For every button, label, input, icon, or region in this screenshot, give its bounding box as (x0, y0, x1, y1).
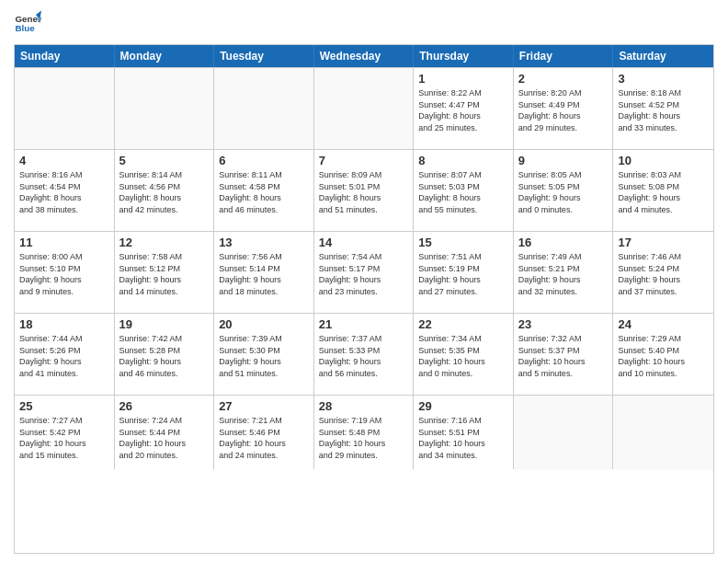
cell-info: Sunrise: 7:51 AM Sunset: 5:19 PM Dayligh… (418, 251, 508, 297)
cell-info: Sunrise: 7:34 AM Sunset: 5:35 PM Dayligh… (418, 333, 508, 379)
cal-cell: 1Sunrise: 8:22 AM Sunset: 4:47 PM Daylig… (414, 68, 514, 149)
svg-text:Blue: Blue (16, 23, 36, 33)
day-number: 12 (119, 236, 210, 249)
cell-info: Sunrise: 8:22 AM Sunset: 4:47 PM Dayligh… (418, 87, 508, 133)
day-number: 18 (19, 317, 109, 331)
cell-info: Sunrise: 8:07 AM Sunset: 5:03 PM Dayligh… (418, 169, 508, 215)
cal-cell (314, 68, 415, 149)
cal-cell: 8Sunrise: 8:07 AM Sunset: 5:03 PM Daylig… (414, 150, 514, 231)
cal-cell: 17Sunrise: 7:46 AM Sunset: 5:24 PM Dayli… (613, 232, 713, 313)
day-number: 17 (618, 236, 709, 249)
day-number: 2 (518, 72, 609, 86)
cal-cell: 14Sunrise: 7:54 AM Sunset: 5:17 PM Dayli… (314, 232, 415, 313)
cal-cell: 24Sunrise: 7:29 AM Sunset: 5:40 PM Dayli… (613, 314, 713, 395)
cell-info: Sunrise: 7:32 AM Sunset: 5:37 PM Dayligh… (518, 333, 609, 379)
cal-cell (514, 396, 614, 469)
day-number: 25 (19, 399, 109, 413)
cal-week-3: 11Sunrise: 8:00 AM Sunset: 5:10 PM Dayli… (15, 231, 713, 313)
cal-cell: 15Sunrise: 7:51 AM Sunset: 5:19 PM Dayli… (414, 232, 514, 313)
day-number: 23 (518, 317, 609, 331)
day-number: 1 (418, 72, 508, 86)
calendar-header-row: SundayMondayTuesdayWednesdayThursdayFrid… (15, 45, 713, 67)
cell-info: Sunrise: 7:49 AM Sunset: 5:21 PM Dayligh… (518, 251, 609, 297)
cal-cell: 12Sunrise: 7:58 AM Sunset: 5:12 PM Dayli… (115, 232, 215, 313)
cell-info: Sunrise: 7:24 AM Sunset: 5:44 PM Dayligh… (119, 415, 210, 461)
cell-info: Sunrise: 8:05 AM Sunset: 5:05 PM Dayligh… (518, 169, 609, 215)
cell-info: Sunrise: 7:44 AM Sunset: 5:26 PM Dayligh… (19, 333, 109, 379)
cal-cell: 11Sunrise: 8:00 AM Sunset: 5:10 PM Dayli… (15, 232, 115, 313)
page: General Blue SundayMondayTuesdayWednesda… (0, 0, 728, 563)
cal-cell: 9Sunrise: 8:05 AM Sunset: 5:05 PM Daylig… (514, 150, 614, 231)
cal-cell: 26Sunrise: 7:24 AM Sunset: 5:44 PM Dayli… (115, 396, 215, 469)
day-number: 16 (518, 236, 609, 249)
cal-week-4: 18Sunrise: 7:44 AM Sunset: 5:26 PM Dayli… (15, 313, 713, 395)
calendar: SundayMondayTuesdayWednesdayThursdayFrid… (14, 44, 714, 554)
day-number: 13 (219, 236, 309, 249)
cell-info: Sunrise: 8:00 AM Sunset: 5:10 PM Dayligh… (19, 251, 109, 297)
cell-info: Sunrise: 8:09 AM Sunset: 5:01 PM Dayligh… (319, 169, 409, 215)
cal-cell: 20Sunrise: 7:39 AM Sunset: 5:30 PM Dayli… (214, 314, 314, 395)
cal-week-1: 1Sunrise: 8:22 AM Sunset: 4:47 PM Daylig… (15, 67, 713, 149)
cal-header-day-wednesday: Wednesday (314, 45, 415, 67)
day-number: 7 (319, 154, 409, 167)
cal-header-day-tuesday: Tuesday (214, 45, 314, 67)
cell-info: Sunrise: 7:42 AM Sunset: 5:28 PM Dayligh… (119, 333, 210, 379)
day-number: 22 (418, 317, 508, 331)
cal-header-day-monday: Monday (115, 45, 215, 67)
cal-header-day-thursday: Thursday (414, 45, 514, 67)
cal-cell (15, 68, 115, 149)
cell-info: Sunrise: 8:03 AM Sunset: 5:08 PM Dayligh… (618, 169, 709, 215)
day-number: 15 (418, 236, 508, 249)
cal-cell: 18Sunrise: 7:44 AM Sunset: 5:26 PM Dayli… (15, 314, 115, 395)
cell-info: Sunrise: 8:14 AM Sunset: 4:56 PM Dayligh… (119, 169, 210, 215)
cell-info: Sunrise: 7:54 AM Sunset: 5:17 PM Dayligh… (319, 251, 409, 297)
cell-info: Sunrise: 7:29 AM Sunset: 5:40 PM Dayligh… (618, 333, 709, 379)
cal-cell: 21Sunrise: 7:37 AM Sunset: 5:33 PM Dayli… (314, 314, 415, 395)
cell-info: Sunrise: 8:11 AM Sunset: 4:58 PM Dayligh… (219, 169, 309, 215)
cell-info: Sunrise: 7:16 AM Sunset: 5:51 PM Dayligh… (418, 415, 508, 461)
day-number: 10 (618, 154, 709, 167)
cell-info: Sunrise: 7:39 AM Sunset: 5:30 PM Dayligh… (219, 333, 309, 379)
cal-cell (613, 396, 713, 469)
day-number: 14 (319, 236, 409, 249)
cal-cell: 22Sunrise: 7:34 AM Sunset: 5:35 PM Dayli… (414, 314, 514, 395)
cal-cell: 7Sunrise: 8:09 AM Sunset: 5:01 PM Daylig… (314, 150, 415, 231)
cal-cell: 2Sunrise: 8:20 AM Sunset: 4:49 PM Daylig… (514, 68, 614, 149)
cal-cell: 5Sunrise: 8:14 AM Sunset: 4:56 PM Daylig… (115, 150, 215, 231)
day-number: 20 (219, 317, 309, 331)
cal-header-day-sunday: Sunday (15, 45, 115, 67)
day-number: 27 (219, 399, 309, 413)
cal-cell: 23Sunrise: 7:32 AM Sunset: 5:37 PM Dayli… (514, 314, 614, 395)
cal-header-day-friday: Friday (514, 45, 614, 67)
cell-info: Sunrise: 8:16 AM Sunset: 4:54 PM Dayligh… (19, 169, 109, 215)
day-number: 4 (19, 154, 109, 167)
calendar-body: 1Sunrise: 8:22 AM Sunset: 4:47 PM Daylig… (15, 67, 713, 469)
day-number: 6 (219, 154, 309, 167)
day-number: 26 (119, 399, 210, 413)
cal-cell (214, 68, 314, 149)
cal-cell: 27Sunrise: 7:21 AM Sunset: 5:46 PM Dayli… (214, 396, 314, 469)
cal-cell: 3Sunrise: 8:18 AM Sunset: 4:52 PM Daylig… (613, 68, 713, 149)
cell-info: Sunrise: 7:37 AM Sunset: 5:33 PM Dayligh… (319, 333, 409, 379)
cell-info: Sunrise: 8:18 AM Sunset: 4:52 PM Dayligh… (618, 87, 709, 133)
day-number: 5 (119, 154, 210, 167)
cal-cell: 6Sunrise: 8:11 AM Sunset: 4:58 PM Daylig… (214, 150, 314, 231)
cell-info: Sunrise: 7:58 AM Sunset: 5:12 PM Dayligh… (119, 251, 210, 297)
cal-cell: 29Sunrise: 7:16 AM Sunset: 5:51 PM Dayli… (414, 396, 514, 469)
day-number: 11 (19, 236, 109, 249)
cal-cell: 16Sunrise: 7:49 AM Sunset: 5:21 PM Dayli… (514, 232, 614, 313)
cell-info: Sunrise: 7:46 AM Sunset: 5:24 PM Dayligh… (618, 251, 709, 297)
cal-week-2: 4Sunrise: 8:16 AM Sunset: 4:54 PM Daylig… (15, 149, 713, 231)
day-number: 9 (518, 154, 609, 167)
day-number: 19 (119, 317, 210, 331)
cal-cell: 25Sunrise: 7:27 AM Sunset: 5:42 PM Dayli… (15, 396, 115, 469)
day-number: 29 (418, 399, 508, 413)
cal-cell: 19Sunrise: 7:42 AM Sunset: 5:28 PM Dayli… (115, 314, 215, 395)
day-number: 8 (418, 154, 508, 167)
cal-cell: 10Sunrise: 8:03 AM Sunset: 5:08 PM Dayli… (613, 150, 713, 231)
cal-cell: 13Sunrise: 7:56 AM Sunset: 5:14 PM Dayli… (214, 232, 314, 313)
day-number: 28 (319, 399, 409, 413)
day-number: 24 (618, 317, 709, 331)
logo-icon: General Blue (14, 9, 41, 37)
cell-info: Sunrise: 7:56 AM Sunset: 5:14 PM Dayligh… (219, 251, 309, 297)
